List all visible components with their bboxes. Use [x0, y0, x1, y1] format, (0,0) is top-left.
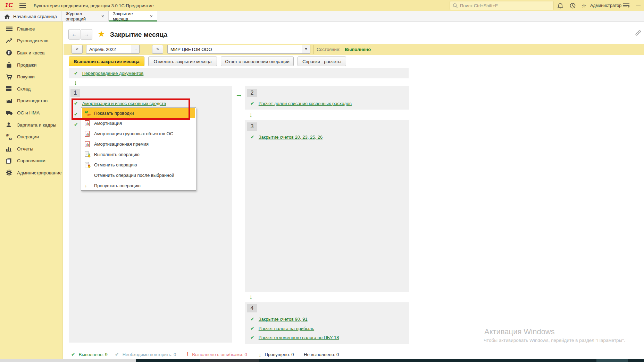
depreciation-link[interactable]: Амортизация и износ основных средств [82, 101, 166, 106]
forward-button[interactable]: → [81, 29, 92, 40]
menu-item-depreciation[interactable]: Амортизация [81, 118, 196, 128]
skip-down-arrow-icon: ↓ [85, 183, 94, 188]
minimize-button[interactable]: — [636, 2, 641, 7]
sidebar-item-manager[interactable]: Руководителю [0, 35, 62, 47]
cancel-closing-button[interactable]: Отменить закрытие месяца [148, 57, 217, 66]
period-value: Апрель 2022 [86, 47, 131, 52]
prev-period-button[interactable]: < [72, 45, 83, 54]
current-user[interactable]: Администратор [590, 3, 621, 8]
menu-item-label: Амортизационная премия [94, 141, 149, 147]
dt-kt-icon: ДтКт [6, 133, 16, 140]
menu-with-arrow-icon [623, 3, 630, 8]
statusbar-label: Выполнено с ошибками: [192, 352, 243, 357]
menu-item-cancel-after-selected[interactable]: Отменить операции после выбранной [81, 170, 196, 180]
menu-item-skip-operation[interactable]: ↓ Пропустить операцию [81, 180, 196, 191]
sidebar-item-administration[interactable]: Администрирование [0, 167, 62, 179]
statusbar-not-done: Не выполнено: 0 [304, 349, 339, 360]
sidebar-item-bank-cash[interactable]: Банк и касса [0, 47, 62, 59]
sidebar-item-sales[interactable]: Продажи [0, 59, 62, 71]
stage3-panel [245, 120, 409, 292]
statusbar-value: 0 [244, 352, 247, 357]
period-field[interactable]: Апрель 2022 ... [86, 45, 140, 54]
titlebar: 1С Бухгалтерия предприятия, редакция 3.0… [0, 0, 644, 11]
menu-item-show-postings[interactable]: ДтКт Показать проводки [82, 108, 195, 118]
indirect-costs-link[interactable]: Расчет долей списания косвенных расходов [259, 101, 352, 106]
sidebar-item-directories[interactable]: Справочники [0, 155, 62, 167]
menu-item-label: Отменить операции после выбранной [94, 173, 174, 178]
depreciation-row: ✔ Амортизация и износ основных средств [74, 98, 166, 108]
close-icon[interactable]: × [101, 14, 104, 19]
arrow-down-icon: ↓ [74, 79, 77, 87]
sidebar-item-salary-hr[interactable]: Зарплата и кадры [0, 119, 62, 131]
status-label: Состояние: [317, 47, 340, 52]
income-tax-row: ✔ Расчет налога на прибыль [250, 324, 314, 333]
get-link-button[interactable] [635, 30, 641, 37]
reposting-link[interactable]: Перепроведение документов [82, 71, 144, 76]
menu-item-label: Амортизация групповых объектов ОС [94, 131, 173, 136]
main-menu-button[interactable] [19, 3, 26, 8]
home-icon [4, 14, 10, 19]
menu-item-perform-operation[interactable]: Выполнить операцию [81, 149, 196, 160]
global-search[interactable] [450, 1, 554, 10]
sidebar-item-label: Руководителю [17, 38, 48, 43]
menu-item-depreciation-bonus[interactable]: Амортизационная премия [81, 139, 196, 149]
menu-item-label: Отменить операцию [94, 162, 137, 167]
operations-report-button[interactable]: Отчет о выполнении операций [221, 57, 294, 66]
search-input[interactable] [460, 3, 547, 8]
sidebar-item-purchases[interactable]: Покупки [0, 71, 62, 83]
favorite-star-icon[interactable]: ★ [98, 29, 105, 39]
statusbar-label: Выполнено: [79, 352, 104, 357]
sidebar-item-operations[interactable]: ДтКт Операции [0, 131, 62, 143]
period-more-button[interactable]: ... [131, 45, 139, 53]
sidebar-item-warehouse[interactable]: Склад [0, 83, 62, 95]
page-title: Закрытие месяца [110, 31, 167, 38]
history-button[interactable] [569, 2, 576, 9]
sidebar-item-label: Операции [17, 134, 39, 139]
user-menu-button[interactable] [623, 2, 630, 9]
tab-home[interactable]: Начальная страница [0, 11, 61, 21]
statusbar-skipped: ↓ Пропущено: 0 [259, 349, 294, 360]
accounts-90-closing-link[interactable]: Закрытие счетов 90, 91 [259, 317, 308, 322]
sidebar-item-production[interactable]: Производство [0, 95, 62, 107]
sales-bag-icon [6, 62, 16, 68]
sidebar-item-fixed-assets[interactable]: ОС и НМА [0, 107, 62, 119]
sidebar-item-main[interactable]: Главное [0, 23, 62, 35]
warehouse-grid-icon [6, 86, 16, 92]
svg-text:Кт: Кт [9, 137, 12, 140]
accounts-closing-row: ✔ Закрытие счетов 20, 23, 25, 26 [250, 132, 323, 142]
tab-journal[interactable]: Журнал операций × [61, 11, 109, 21]
bell-icon [558, 3, 563, 9]
sidebar-item-reports[interactable]: Отчеты [0, 143, 62, 155]
favorites-button[interactable]: ☆ [580, 2, 587, 9]
calculations-button[interactable]: Справки - расчеты [298, 57, 346, 66]
menu-item-cancel-operation[interactable]: Отменить операцию [81, 160, 196, 170]
tabbar: Начальная страница Журнал операций × Зак… [0, 11, 644, 21]
logo-1c: 1С [4, 2, 14, 9]
perform-closing-button[interactable]: Выполнить закрытие месяца [69, 57, 144, 66]
taskbar-segment [0, 359, 136, 362]
taskbar-segment [596, 359, 628, 362]
gear-icon [6, 170, 16, 176]
stage2-number: 2 [247, 89, 257, 97]
close-icon[interactable]: × [150, 14, 153, 19]
accounts-20-closing-link[interactable]: Закрытие счетов 20, 23, 25, 26 [259, 135, 323, 140]
sidebar-item-label: Администрирование [17, 170, 62, 175]
statusbar-value: 9 [105, 352, 107, 357]
back-button[interactable]: ← [68, 29, 80, 40]
deferred-tax-link[interactable]: Расчет отложенного налога по ПБУ 18 [259, 335, 339, 340]
income-tax-link[interactable]: Расчет налога на прибыль [259, 326, 314, 331]
menu-item-group-depreciation[interactable]: Амортизация групповых объектов ОС [81, 128, 196, 139]
status-value: Выполнено [345, 47, 371, 52]
menu-lines-icon [6, 26, 16, 32]
tab-month-closing[interactable]: Закрытие месяца × [109, 11, 157, 21]
deferred-tax-row: ✔ Расчет отложенного налога по ПБУ 18 [250, 333, 339, 342]
check-icon: ✔ [74, 122, 78, 127]
chevron-down-icon[interactable]: ▾ [302, 45, 310, 53]
tab-label: Закрытие месяца [113, 11, 147, 21]
organization-select[interactable]: МИР ЦВЕТОВ ООО ▾ [167, 45, 310, 54]
notifications-button[interactable] [557, 2, 564, 9]
menu-item-label: Выполнить операцию [94, 152, 140, 157]
accounts-90-row: ✔ Закрытие счетов 90, 91 [250, 314, 308, 324]
check-icon: ✔ [74, 70, 78, 76]
next-period-button[interactable]: > [152, 45, 163, 54]
